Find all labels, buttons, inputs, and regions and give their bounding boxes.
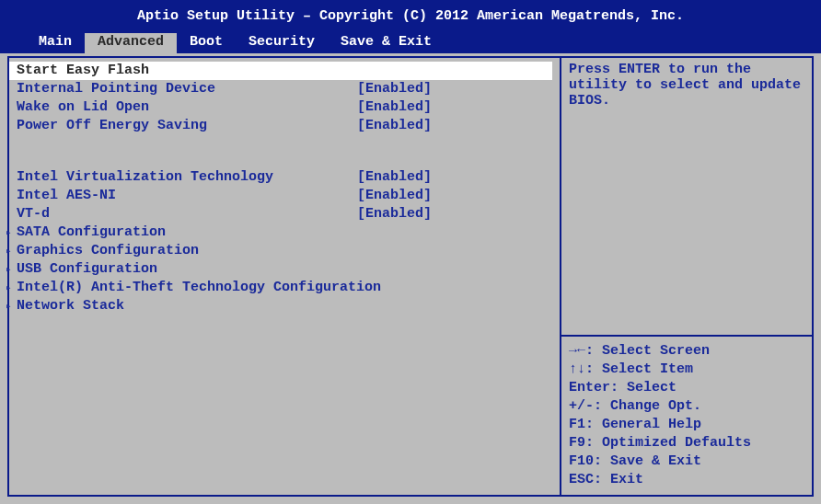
submenu-label: Graphics Configuration <box>17 243 199 258</box>
tab-bar: Main Advanced Boot Security Save & Exit <box>0 33 821 53</box>
menu-intel-aes-ni[interactable]: Intel AES-NI [Enabled] <box>17 187 552 205</box>
submenu-label: Intel(R) Anti-Theft Technology Configura… <box>17 280 381 295</box>
menu-label: Intel Virtualization Technology <box>17 168 357 187</box>
submenu-label: SATA Configuration <box>17 224 166 240</box>
help-key-save-exit: F10: Save & Exit <box>569 452 804 471</box>
help-key-enter: Enter: Select <box>569 379 804 397</box>
help-key-change-opt: +/-: Change Opt. <box>569 397 804 416</box>
settings-pane: Start Easy Flash Internal Pointing Devic… <box>7 56 560 497</box>
submenu-graphics-configuration[interactable]: Graphics Configuration <box>17 242 552 260</box>
help-key-select-item: ↑↓: Select Item <box>569 361 804 379</box>
submenu-usb-configuration[interactable]: USB Configuration <box>17 260 552 279</box>
menu-value: [Enabled] <box>357 205 432 223</box>
menu-vt-d[interactable]: VT-d [Enabled] <box>17 205 552 223</box>
menu-power-off-energy-saving[interactable]: Power Off Energy Saving [Enabled] <box>17 117 552 135</box>
menu-label: VT-d <box>17 205 357 223</box>
menu-value: [Enabled] <box>357 168 432 187</box>
menu-start-easy-flash[interactable]: Start Easy Flash <box>9 62 552 80</box>
header-title: Aptio Setup Utility – Copyright (C) 2012… <box>137 8 684 24</box>
help-pane: Press ENTER to run the utility to select… <box>560 56 814 497</box>
menu-label: Intel AES-NI <box>17 187 357 205</box>
menu-label: Wake on Lid Open <box>17 98 357 117</box>
menu-value: [Enabled] <box>357 80 432 98</box>
help-text: Press ENTER to run the utility to select… <box>561 58 812 335</box>
submenu-intel-anti-theft[interactable]: Intel(R) Anti-Theft Technology Configura… <box>17 279 552 297</box>
menu-value: [Enabled] <box>357 117 432 135</box>
submenu-label: Network Stack <box>17 298 124 314</box>
help-key-esc: ESC: Exit <box>569 471 804 489</box>
help-keys: →←: Select Screen ↑↓: Select Item Enter:… <box>561 337 812 495</box>
menu-label: Start Easy Flash <box>17 62 357 80</box>
tab-boot[interactable]: Boot <box>177 33 236 53</box>
tab-save-exit[interactable]: Save & Exit <box>328 33 445 53</box>
submenu-sata-configuration[interactable]: SATA Configuration <box>17 223 552 242</box>
menu-label: Internal Pointing Device <box>17 80 357 98</box>
menu-value: [Enabled] <box>357 98 432 117</box>
tab-main[interactable]: Main <box>26 33 85 53</box>
header-bar: Aptio Setup Utility – Copyright (C) 2012… <box>0 0 821 33</box>
submenu-label: USB Configuration <box>17 261 157 277</box>
help-key-select-screen: →←: Select Screen <box>569 342 804 361</box>
menu-value: [Enabled] <box>357 187 432 205</box>
menu-intel-virtualization[interactable]: Intel Virtualization Technology [Enabled… <box>17 168 552 187</box>
tab-advanced[interactable]: Advanced <box>85 33 177 53</box>
tab-security[interactable]: Security <box>236 33 328 53</box>
menu-internal-pointing-device[interactable]: Internal Pointing Device [Enabled] <box>17 80 552 98</box>
menu-wake-on-lid-open[interactable]: Wake on Lid Open [Enabled] <box>17 98 552 117</box>
help-key-optimized-defaults: F9: Optimized Defaults <box>569 434 804 452</box>
spacer <box>17 135 552 168</box>
submenu-network-stack[interactable]: Network Stack <box>17 297 552 315</box>
content-wrapper: Start Easy Flash Internal Pointing Devic… <box>0 53 821 504</box>
help-key-general-help: F1: General Help <box>569 416 804 434</box>
menu-label: Power Off Energy Saving <box>17 117 357 135</box>
